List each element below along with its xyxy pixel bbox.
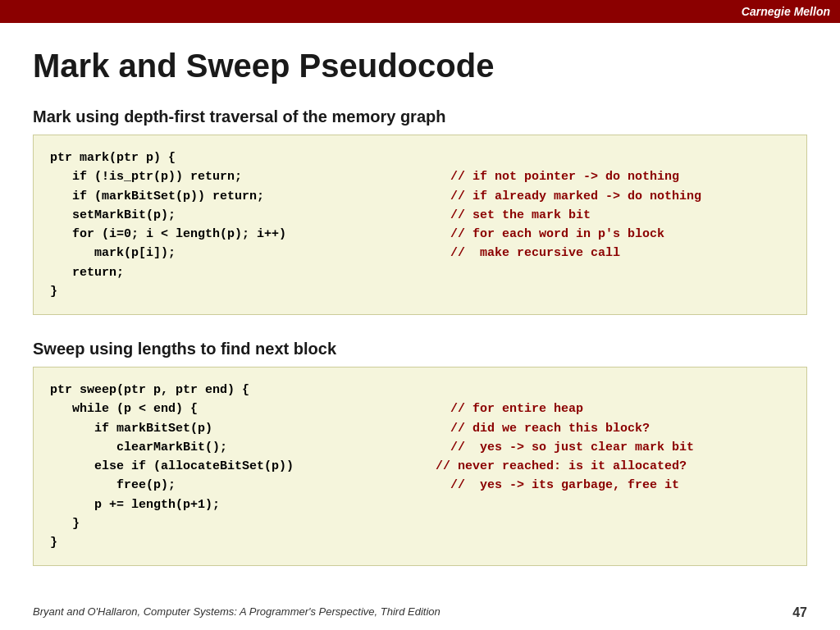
code-left-text: return; — [50, 263, 436, 282]
table-row: for (i=0; i < length(p); i++) // for eac… — [50, 225, 790, 244]
table-row: return; — [50, 263, 790, 282]
mark-section: Mark using depth-first traversal of the … — [33, 107, 807, 315]
main-content: Mark and Sweep Pseudocode Mark using dep… — [0, 23, 840, 607]
code-left-text: if (!is_ptr(p)) return; — [50, 167, 436, 186]
footer-citation: Bryant and O'Hallaron, Computer Systems:… — [33, 605, 441, 620]
code-right-comment: // yes -> so just clear mark bit — [436, 438, 694, 457]
code-left-text: while (p < end) { — [50, 399, 436, 418]
code-left-text: else if (allocateBitSet(p)) — [50, 457, 436, 476]
table-row: free(p); // yes -> its garbage, free it — [50, 476, 790, 495]
code-left-text: if markBitSet(p) — [50, 419, 436, 438]
table-row: if markBitSet(p) // did we reach this bl… — [50, 419, 790, 438]
table-row: p += length(p+1); — [50, 495, 790, 514]
code-left-text: p += length(p+1); — [50, 495, 436, 514]
sweep-code-block: ptr sweep(ptr p, ptr end) { while (p < e… — [33, 367, 807, 566]
footer-page-number: 47 — [792, 605, 807, 620]
table-row: ptr sweep(ptr p, ptr end) { — [50, 381, 790, 399]
code-right-comment: // for each word in p's block — [436, 225, 664, 244]
table-row: if (markBitSet(p)) return; // if already… — [50, 187, 790, 206]
table-row: } — [50, 514, 790, 533]
top-bar: Carnegie Mellon — [0, 0, 840, 23]
code-right-comment: // for entire heap — [436, 399, 583, 418]
code-left-text: } — [50, 514, 436, 533]
code-right-comment: // did we reach this block? — [436, 419, 650, 438]
mark-code-block: ptr mark(ptr p) { if (!is_ptr(p)) return… — [33, 135, 807, 315]
mark-section-heading: Mark using depth-first traversal of the … — [33, 107, 807, 126]
code-left-text: if (markBitSet(p)) return; — [50, 187, 436, 206]
footer: Bryant and O'Hallaron, Computer Systems:… — [0, 605, 840, 620]
code-left-text: free(p); — [50, 476, 436, 495]
code-right-comment: // if already marked -> do nothing — [436, 187, 701, 206]
table-row: else if (allocateBitSet(p))// never reac… — [50, 457, 790, 476]
code-left-text: } — [50, 282, 436, 301]
sweep-section-heading: Sweep using lengths to find next block — [33, 340, 807, 358]
code-left-text: for (i=0; i < length(p); i++) — [50, 225, 436, 244]
table-row: if (!is_ptr(p)) return; // if not pointe… — [50, 167, 790, 186]
code-left-text: setMarkBit(p); — [50, 206, 436, 225]
table-row: } — [50, 282, 790, 301]
code-left-text: clearMarkBit(); — [50, 438, 436, 457]
page-title: Mark and Sweep Pseudocode — [33, 48, 807, 84]
code-left-text: mark(p[i]); — [50, 244, 436, 262]
code-left-text: } — [50, 533, 436, 552]
code-right-comment: // set the mark bit — [436, 206, 591, 225]
table-row: clearMarkBit(); // yes -> so just clear … — [50, 438, 790, 457]
code-right-comment: // never reached: is it allocated? — [436, 457, 687, 476]
table-row: setMarkBit(p); // set the mark bit — [50, 206, 790, 225]
code-left-text: ptr mark(ptr p) { — [50, 148, 436, 167]
code-right-comment: // make recursive call — [436, 244, 620, 262]
table-row: mark(p[i]); // make recursive call — [50, 244, 790, 262]
table-row: ptr mark(ptr p) { — [50, 148, 790, 167]
carnegie-mellon-logo: Carnegie Mellon — [742, 5, 830, 18]
table-row: while (p < end) { // for entire heap — [50, 399, 790, 418]
code-right-comment: // yes -> its garbage, free it — [436, 476, 679, 495]
sweep-section: Sweep using lengths to find next block p… — [33, 340, 807, 566]
table-row: } — [50, 533, 790, 552]
code-right-comment: // if not pointer -> do nothing — [436, 167, 679, 186]
code-left-text: ptr sweep(ptr p, ptr end) { — [50, 381, 436, 399]
